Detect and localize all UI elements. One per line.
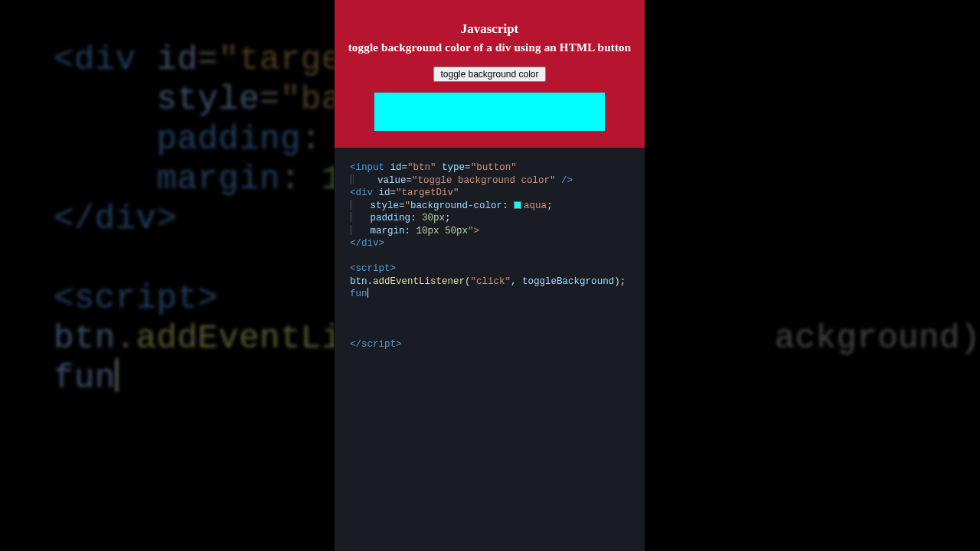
preview-title: Javascript [344, 21, 635, 37]
code-line-3: <div id="targetDiv" [350, 187, 459, 198]
preview-subtitle: toggle background color of a div using a… [344, 41, 635, 54]
center-column: Javascript toggle background color of a … [335, 0, 645, 551]
code-editor[interactable]: <input id="btn" type="button" value="tog… [335, 148, 645, 357]
text-cursor-icon [368, 288, 368, 298]
code-line-js-2: fun [350, 289, 368, 299]
code-line-2: value="toggle background color" /> [350, 175, 573, 186]
code-line-4: style="background-color: aqua; [350, 201, 553, 211]
code-line-script-open: <script> [350, 263, 396, 274]
code-line-js-1: btn.addEventListener("click", toggleBack… [350, 276, 626, 287]
code-line-script-close: </script> [350, 339, 402, 350]
preview-pane: Javascript toggle background color of a … [335, 0, 645, 148]
target-div [374, 93, 605, 131]
code-line-1: <input id="btn" type="button" [350, 162, 517, 173]
code-line-7: </div> [350, 238, 384, 249]
code-line-6: margin: 10px 50px"> [350, 226, 479, 236]
code-line-5: padding: 30px; [350, 213, 451, 223]
color-swatch-aqua-icon [514, 201, 521, 209]
toggle-background-button[interactable]: toggle background color [433, 67, 545, 82]
